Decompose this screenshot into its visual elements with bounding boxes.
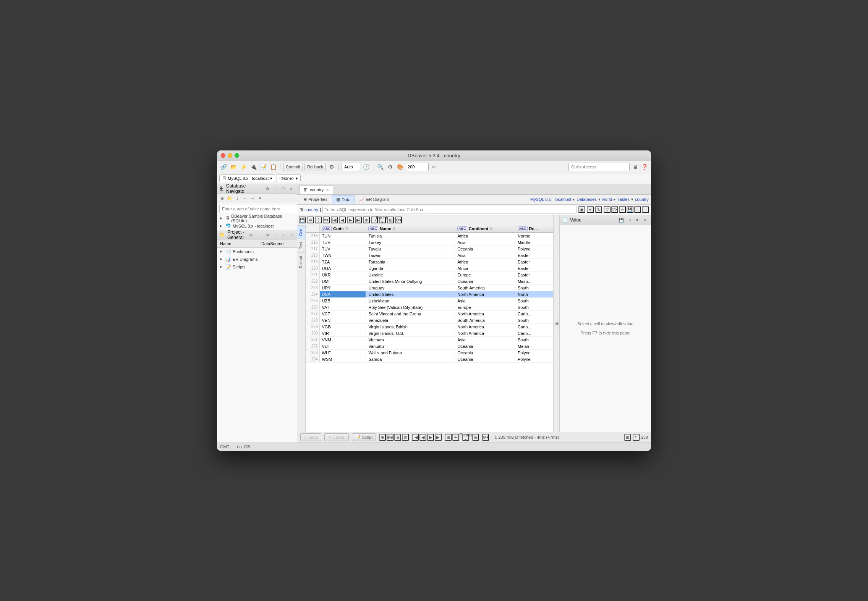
cell-code[interactable]: VEN [319, 317, 366, 323]
table-row[interactable]: 223URYUruguaySouth AmericaSouth [306, 284, 553, 291]
cell-code[interactable]: TUN [319, 233, 366, 239]
cell-name[interactable]: Wallis and Futuna [366, 349, 455, 356]
cell-name[interactable]: Uganda [366, 265, 455, 271]
table-row[interactable]: 234WSMSamoaOceaniaPolyne [306, 356, 553, 362]
zoom-out-button[interactable]: 🔍 [376, 163, 384, 171]
tab-country[interactable]: ⊞ country ✕ [300, 185, 333, 194]
tree-item-sqlite[interactable]: ▶ 🗄 DBeaver Sample Database (SQLite) [217, 215, 297, 222]
filter-prev-icon[interactable]: ← [634, 206, 641, 213]
new-sql-button[interactable]: 📋 [269, 163, 277, 171]
cell-region[interactable]: South [515, 304, 553, 310]
cell-region[interactable]: South [515, 284, 553, 291]
table-row[interactable]: 222UMIUnited States Minor OutlyingOceani… [306, 278, 553, 284]
cell-region[interactable]: Easter [515, 271, 553, 278]
cell-code[interactable]: UGA [319, 265, 366, 271]
new-connection-button[interactable]: 🔗 [219, 163, 228, 171]
row-add-copy-icon[interactable]: ⊕⊕ [387, 434, 394, 441]
table-row[interactable]: 215TUNTunisiaAfricaNorthe [306, 233, 553, 239]
cell-name[interactable]: Saint Vincent and the Grena [366, 310, 455, 317]
new-conn-icon[interactable]: ⊕ [219, 195, 225, 202]
cell-code[interactable]: TZA [319, 258, 366, 265]
table-row[interactable]: 231VNMVietnamAsiaSouth [306, 336, 553, 343]
row-delete-icon[interactable]: ⊖ [394, 434, 401, 441]
cell-code[interactable]: TUV [319, 246, 366, 252]
nav-arrow-left[interactable]: ← [241, 195, 248, 202]
name-filter-icon[interactable]: ▽ [393, 227, 395, 231]
side-tab-text[interactable]: Text [297, 239, 305, 252]
value-save-icon[interactable]: 💾 [618, 216, 625, 223]
auto-commit-selector[interactable]: Auto [342, 163, 360, 171]
cell-region[interactable]: Polyne [515, 349, 553, 356]
table-row[interactable]: 232VUTVanuatuOceaniaMelan [306, 343, 553, 349]
panels-icon[interactable]: Panels ▾ [379, 216, 386, 223]
first-icon[interactable]: |◀ [412, 434, 419, 441]
table-row[interactable]: 226VATHoly See (Vatican City State)Europ… [306, 304, 553, 310]
nav-arrow-right[interactable]: → [249, 195, 256, 202]
filter-options-icon[interactable]: ◉ [578, 206, 585, 213]
cell-name[interactable]: Samoa [366, 356, 455, 362]
table-row[interactable]: 228VENVenezuelaSouth AmericaSouth [306, 317, 553, 323]
cell-region[interactable]: Middle [515, 239, 553, 246]
cell-region[interactable]: Polyne [515, 356, 553, 362]
cell-region[interactable]: Easter [515, 258, 553, 265]
table-row[interactable]: 216TURTurkeyAsiaMiddle [306, 239, 553, 246]
quick-access-input[interactable] [568, 163, 630, 171]
cell-continent[interactable]: Asia [455, 239, 515, 246]
layout-icon[interactable]: ⊞ [387, 216, 394, 223]
copy-results-icon[interactable]: ⊞ [624, 434, 631, 441]
project-settings-icon[interactable]: ⚙ [248, 231, 254, 238]
table-row[interactable]: 224USAUnited StatesNorth AmericaNorth [306, 291, 553, 297]
col-continent[interactable]: ABC Continent ▽ [455, 225, 515, 233]
table-row[interactable]: 217TUVTuvaluOceaniaPolyne [306, 246, 553, 252]
col-region[interactable]: ABC Re... [515, 225, 553, 233]
close-button[interactable] [221, 153, 225, 158]
cell-continent[interactable]: Africa [455, 258, 515, 265]
cell-region[interactable]: Micro... [515, 278, 553, 284]
cell-code[interactable]: TUR [319, 239, 366, 246]
cell-name[interactable]: Tunisia [366, 233, 455, 239]
col-code[interactable]: ABC Code ▽ [319, 225, 366, 233]
cell-continent[interactable]: South America [455, 317, 515, 323]
cell-continent[interactable]: Asia [455, 336, 515, 343]
cell-region[interactable]: Carib... [515, 323, 553, 330]
cell-name[interactable]: Vietnam [366, 336, 455, 343]
cell-code[interactable]: UMI [319, 278, 366, 284]
cell-name[interactable]: United States Minor Outlying [366, 278, 455, 284]
panel-collapse-handle[interactable]: ◀ [553, 215, 559, 432]
project-arrow-icon[interactable]: → [272, 231, 279, 238]
table-row[interactable]: 225UZBUzbekistanAsiaSouth [306, 297, 553, 304]
folder-icon[interactable]: 📁 [226, 195, 233, 202]
cell-continent[interactable]: Europe [455, 271, 515, 278]
table-row[interactable]: 221UKRUkraineEuropeEaster [306, 271, 553, 278]
cell-continent[interactable]: Oceania [455, 356, 515, 362]
cell-name[interactable]: Vanuatu [366, 343, 455, 349]
cell-continent[interactable]: North America [455, 330, 515, 336]
last-icon[interactable]: ▶| [435, 434, 442, 441]
close-nav-icon[interactable]: × [288, 185, 295, 192]
cell-region[interactable]: Easter [515, 252, 553, 258]
save-button[interactable]: ✓ Save [300, 433, 321, 441]
minimize-button[interactable] [228, 153, 232, 158]
cell-region[interactable]: Carib... [515, 310, 553, 317]
help-button[interactable]: ❓ [640, 163, 649, 171]
table-row[interactable]: 230VIRVirgin Islands, U.S.North AmericaC… [306, 330, 553, 336]
cell-code[interactable]: VNM [319, 336, 366, 343]
cell-region[interactable]: South [515, 297, 553, 304]
navigator-search-input[interactable] [219, 205, 299, 213]
breadcrumb-databases[interactable]: Databases [577, 197, 597, 202]
project-new-icon[interactable]: ⊕ [264, 231, 270, 238]
maximize-nav-icon[interactable]: □ [280, 185, 287, 192]
themes-button[interactable]: 🖥 [631, 163, 640, 171]
breadcrumb-world[interactable]: world [602, 197, 612, 202]
cell-name[interactable]: United States [366, 291, 455, 297]
datasource-selector[interactable]: 🗄 MySQL 8.x - localhost ▾ [219, 174, 275, 182]
cell-name[interactable]: Virgin Islands, British [366, 323, 455, 330]
filter-down-icon[interactable]: ▾ [587, 206, 594, 213]
last-row-icon[interactable]: ▶| [355, 216, 362, 223]
cell-name[interactable]: Tuvalu [366, 246, 455, 252]
cell-name[interactable]: Uruguay [366, 284, 455, 291]
nav-menu-icon[interactable]: ▾ [257, 195, 264, 202]
filter-input[interactable] [322, 206, 577, 213]
cell-name[interactable]: Tanzania [366, 258, 455, 265]
cell-region[interactable]: North [515, 291, 553, 297]
